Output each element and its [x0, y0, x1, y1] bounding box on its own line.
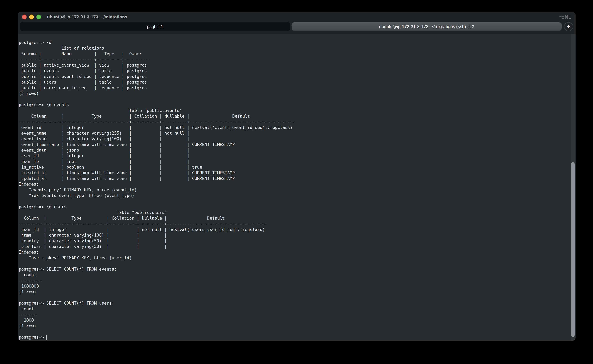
- terminal-line: public | active_events_view | view | pos…: [19, 62, 569, 68]
- terminal-line: public | events_event_id_seq | sequence …: [19, 74, 569, 79]
- terminal-line: [19, 329, 569, 334]
- terminal-line: user_ip | inet | | |: [19, 159, 569, 164]
- terminal-window: ubuntu@ip-172-31-3-173: ~/migrations ⌥⌘1…: [18, 12, 575, 341]
- terminal-line: "users_pkey" PRIMARY KEY, btree (user_id…: [19, 255, 569, 261]
- terminal-line: created_at | timestamp with time zone | …: [19, 170, 569, 176]
- terminal-line: platform | character varying(50) | | |: [19, 244, 569, 249]
- terminal-line: public | users_user_id_seq | sequence | …: [19, 85, 569, 91]
- terminal-line: ---------: [19, 278, 569, 283]
- terminal-line: count: [19, 272, 569, 278]
- terminal-line: Table "public.users": [19, 210, 569, 215]
- tab-ssh-label: ubuntu@ip-172-31-3-173: ~/migrations (ss…: [379, 24, 474, 29]
- terminal-line: [19, 96, 569, 102]
- terminal-output: postgres=> \d List of relations Schema |…: [19, 40, 569, 340]
- minimize-button[interactable]: [29, 15, 34, 19]
- traffic-lights: [22, 15, 41, 19]
- terminal-line: postgres=> SELECT COUNT(*) FROM users;: [19, 300, 569, 306]
- terminal-line: (1 row): [19, 289, 569, 295]
- terminal-line: (5 rows): [19, 91, 569, 96]
- text-cursor: [46, 335, 47, 340]
- terminal-line: event_type | character varying(100) | | …: [19, 136, 569, 142]
- terminal-line: event_timestamp | timestamp with time zo…: [19, 142, 569, 147]
- terminal-screen[interactable]: postgres=> \d List of relations Schema |…: [18, 34, 575, 341]
- prompt-text: postgres=>: [19, 335, 46, 340]
- terminal-line: postgres=> \d events: [19, 102, 569, 108]
- terminal-line: event_data | jsonb | | |: [19, 147, 569, 153]
- terminal-line: postgres=> SELECT COUNT(*) FROM events;: [19, 266, 569, 272]
- window-shortcut-hint: ⌥⌘1: [559, 14, 571, 20]
- terminal-line: List of relations: [19, 45, 569, 51]
- terminal-line: Indexes:: [19, 181, 569, 187]
- scrollbar-thumb[interactable]: [571, 162, 574, 337]
- terminal-line: event_name | character varying(255) | | …: [19, 130, 569, 136]
- tab-psql[interactable]: psql ⌘1: [20, 22, 290, 31]
- terminal-line: -------: [19, 312, 569, 317]
- terminal-line: (1 row): [19, 323, 569, 329]
- terminal-line: --------+---------------------+---------…: [19, 57, 569, 62]
- terminal-line: ----------+------------------------+----…: [19, 221, 569, 227]
- terminal-line: is_active | boolean | | | true: [19, 164, 569, 170]
- terminal-line: 1000: [19, 317, 569, 323]
- new-tab-button[interactable]: +: [564, 22, 573, 31]
- terminal-line: 1000000: [19, 283, 569, 289]
- title-bar[interactable]: ubuntu@ip-172-31-3-173: ~/migrations ⌥⌘1: [18, 12, 575, 22]
- prompt-line[interactable]: postgres=>: [19, 334, 569, 340]
- window-title: ubuntu@ip-172-31-3-173: ~/migrations: [47, 14, 127, 20]
- tab-bar: psql ⌘1 ubuntu@ip-172-31-3-173: ~/migrat…: [18, 22, 575, 34]
- terminal-line: [19, 198, 569, 204]
- terminal-line: "events_pkey" PRIMARY KEY, btree (event_…: [19, 187, 569, 193]
- terminal-line: Table "public.events": [19, 108, 569, 113]
- tab-ssh[interactable]: ubuntu@ip-172-31-3-173: ~/migrations (ss…: [292, 22, 562, 31]
- terminal-line: postgres=> \d users: [19, 204, 569, 210]
- terminal-line: updated_at | timestamp with time zone | …: [19, 176, 569, 181]
- terminal-line: count: [19, 306, 569, 312]
- close-button[interactable]: [22, 15, 27, 19]
- terminal-line: country | character varying(50) | | |: [19, 238, 569, 244]
- terminal-line: user_id | integer | | not null | nextval…: [19, 227, 569, 232]
- terminal-line: user_id | integer | | |: [19, 153, 569, 159]
- tab-psql-label: psql ⌘1: [147, 24, 163, 29]
- terminal-line: Column | Type | Collation | Nullable | D…: [19, 113, 569, 119]
- terminal-line: [19, 261, 569, 266]
- zoom-button[interactable]: [36, 15, 41, 19]
- terminal-line: public | users | table | postgres: [19, 79, 569, 85]
- terminal-line: -----------------+----------------------…: [19, 119, 569, 125]
- terminal-line: Column | Type | Collation | Nullable | D…: [19, 215, 569, 221]
- terminal-line: Schema | Name | Type | Owner: [19, 51, 569, 57]
- plus-icon: +: [567, 23, 571, 30]
- terminal-line: event_id | integer | | not null | nextva…: [19, 125, 569, 130]
- terminal-line: Indexes:: [19, 249, 569, 255]
- terminal-line: "idx_events_event_type" btree (event_typ…: [19, 193, 569, 198]
- terminal-line: public | events | table | postgres: [19, 68, 569, 74]
- terminal-line: name | character varying(100) | | |: [19, 232, 569, 238]
- terminal-line: postgres=> \d: [19, 40, 569, 45]
- terminal-line: [19, 295, 569, 300]
